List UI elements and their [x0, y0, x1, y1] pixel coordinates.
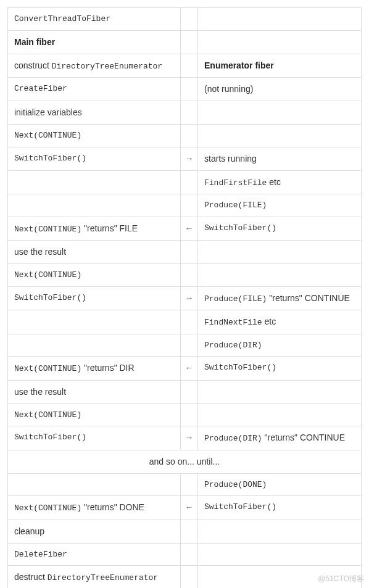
- cell-right: [198, 543, 362, 566]
- table-row: DeleteFiber: [8, 543, 362, 566]
- code-span: DirectoryTreeEnumerator: [48, 573, 158, 582]
- cell-left: Next(CONTINUE) "returns" FILE: [8, 217, 181, 241]
- cell-left: SwitchToFiber(): [8, 426, 181, 450]
- cell-arrow: [181, 241, 198, 264]
- table-row: and so on... until...: [8, 450, 362, 473]
- cell-left: [8, 310, 181, 334]
- text-suffix: "returns" DIR: [81, 363, 134, 373]
- cell-right: [198, 264, 362, 287]
- cell-left: cleanup: [8, 520, 181, 543]
- cell-arrow: [181, 264, 198, 287]
- cell-left: [8, 194, 181, 217]
- table-row: ConvertThreadToFiber: [8, 8, 362, 31]
- cell-right: Produce(FILE) "returns" CONTINUE: [198, 286, 362, 310]
- cell-left: [8, 170, 181, 194]
- text-suffix: "returns" DONE: [81, 502, 144, 512]
- cell-arrow: [181, 30, 198, 54]
- table-row: destruct DirectoryTreeEnumerator: [8, 566, 362, 589]
- cell-left: Next(CONTINUE) "returns" DONE: [8, 496, 181, 520]
- cell-right: SwitchToFiber(): [198, 357, 362, 381]
- cell-arrow: [181, 170, 198, 194]
- cell-arrow: [181, 520, 198, 543]
- arrow-right-icon: →: [181, 147, 198, 170]
- cell-arrow: [181, 54, 198, 78]
- text-suffix: etc: [267, 177, 281, 187]
- table-row: use the result: [8, 380, 362, 404]
- cell-left: DeleteFiber: [8, 543, 181, 566]
- table-row: Next(CONTINUE) "returns" DONE ← SwitchTo…: [8, 496, 362, 520]
- table-row: construct DirectoryTreeEnumerator Enumer…: [8, 54, 362, 78]
- code-span: FindNextFile: [204, 318, 262, 327]
- cell-arrow: [181, 473, 198, 496]
- cell-left: SwitchToFiber(): [8, 286, 181, 310]
- table-row: SwitchToFiber() → Produce(DIR) "returns"…: [8, 426, 362, 450]
- cell-left: SwitchToFiber(): [8, 147, 181, 170]
- cell-left: use the result: [8, 241, 181, 264]
- cell-left: ConvertThreadToFiber: [8, 8, 181, 31]
- table-row: FindNextFile etc: [8, 310, 362, 334]
- cell-right: [198, 566, 362, 589]
- table-row: initialize variables: [8, 101, 362, 125]
- code-span: DirectoryTreeEnumerator: [52, 62, 162, 71]
- text-suffix: "returns" CONTINUE: [262, 433, 345, 442]
- cell-left: [8, 473, 181, 496]
- main-fiber-header: Main fiber: [8, 30, 181, 54]
- cell-left: CreateFiber: [8, 78, 181, 101]
- cell-left: initialize variables: [8, 101, 181, 125]
- cell-right: Produce(DIR) "returns" CONTINUE: [198, 426, 362, 450]
- text-suffix: etc: [262, 317, 276, 326]
- fiber-sequence-table: ConvertThreadToFiber Main fiber construc…: [7, 7, 362, 588]
- cell-arrow: [181, 125, 198, 147]
- table-row: Next(CONTINUE) "returns" FILE ← SwitchTo…: [8, 217, 362, 241]
- table-row: Next(CONTINUE): [8, 125, 362, 147]
- cell-right: [198, 380, 362, 404]
- cell-arrow: [181, 566, 198, 589]
- table-row: Produce(DONE): [8, 473, 362, 496]
- table-row: CreateFiber (not running): [8, 78, 362, 101]
- cell-arrow: [181, 404, 198, 426]
- cell-left: destruct DirectoryTreeEnumerator: [8, 566, 181, 589]
- code-span: Next(CONTINUE): [14, 364, 81, 373]
- cell-arrow: [181, 8, 198, 31]
- text-prefix: destruct: [14, 572, 48, 582]
- code-span: Produce(DIR): [204, 434, 262, 443]
- table-row: FindFirstFile etc: [8, 170, 362, 194]
- cell-right: [198, 404, 362, 426]
- arrow-right-icon: →: [181, 286, 198, 310]
- code-span: Next(CONTINUE): [14, 503, 81, 513]
- table-row: Next(CONTINUE): [8, 404, 362, 426]
- cell-right: [198, 101, 362, 125]
- code-span: FindFirstFile: [204, 178, 267, 188]
- cell-right: [198, 30, 362, 54]
- table-row: Produce(FILE): [8, 194, 362, 217]
- cell-arrow: [181, 194, 198, 217]
- table-row: cleanup: [8, 520, 362, 543]
- cell-right: SwitchToFiber(): [198, 496, 362, 520]
- cell-arrow: [181, 310, 198, 334]
- cell-left: Next(CONTINUE) "returns" DIR: [8, 357, 181, 381]
- cell-right: SwitchToFiber(): [198, 217, 362, 241]
- cell-right: [198, 241, 362, 264]
- cell-right: [198, 520, 362, 543]
- table-row: SwitchToFiber() → starts running: [8, 147, 362, 170]
- cell-left: Next(CONTINUE): [8, 125, 181, 147]
- cell-left: Next(CONTINUE): [8, 264, 181, 287]
- cell-right: [198, 125, 362, 147]
- text-suffix: "returns" CONTINUE: [267, 293, 349, 303]
- table-row: Next(CONTINUE) "returns" DIR ← SwitchToF…: [8, 357, 362, 381]
- code-span: Produce(FILE): [204, 294, 267, 304]
- cell-right: (not running): [198, 78, 362, 101]
- cell-right: Produce(DIR): [198, 334, 362, 357]
- ellipsis-row: and so on... until...: [8, 450, 362, 473]
- cell-right: [198, 8, 362, 31]
- table-row: Main fiber: [8, 30, 362, 54]
- cell-arrow: [181, 380, 198, 404]
- cell-left: Next(CONTINUE): [8, 404, 181, 426]
- enumerator-fiber-header: Enumerator fiber: [198, 54, 362, 78]
- cell-left: construct DirectoryTreeEnumerator: [8, 54, 181, 78]
- cell-arrow: [181, 78, 198, 101]
- cell-right: FindNextFile etc: [198, 310, 362, 334]
- cell-arrow: [181, 543, 198, 566]
- cell-arrow: [181, 101, 198, 125]
- cell-right: Produce(DONE): [198, 473, 362, 496]
